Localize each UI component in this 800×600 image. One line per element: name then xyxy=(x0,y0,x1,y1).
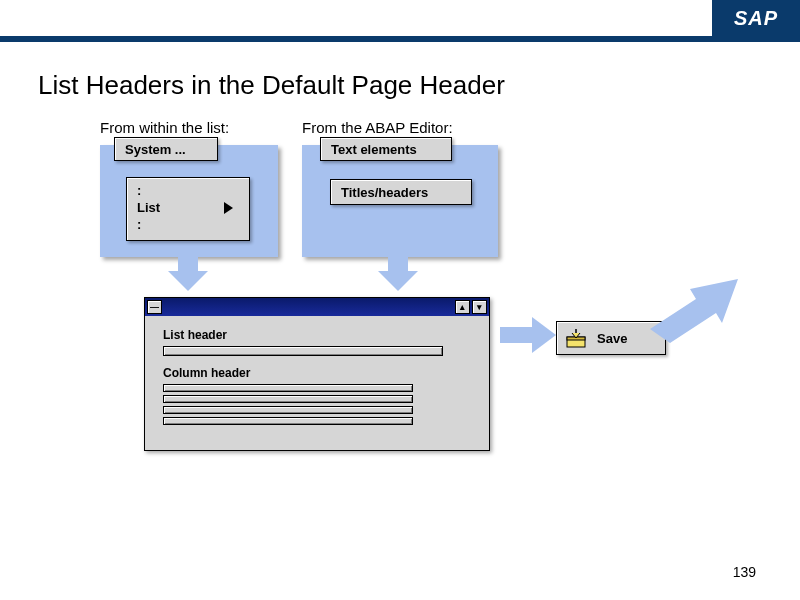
column-header-field-3[interactable] xyxy=(163,406,413,414)
header-dialog-window: — ▴ ▾ List header Column header xyxy=(144,297,490,451)
column-header-label: Column header xyxy=(163,366,471,380)
page-number: 139 xyxy=(733,564,756,580)
column-header-field-2[interactable] xyxy=(163,395,413,403)
save-icon xyxy=(565,327,587,349)
sap-logo: SAP xyxy=(712,0,800,36)
svg-marker-2 xyxy=(650,279,738,343)
titles-headers-label: Titles/headers xyxy=(341,185,428,200)
list-header-label: List header xyxy=(163,328,471,342)
arrow-down-left xyxy=(168,257,208,291)
brand-bar: SAP xyxy=(0,0,800,36)
page-title: List Headers in the Default Page Header xyxy=(38,70,800,101)
arrow-right xyxy=(500,317,556,353)
header-rule xyxy=(0,36,800,42)
arrow-down-right xyxy=(378,257,418,291)
text-elements-button[interactable]: Text elements xyxy=(320,137,452,161)
caption-from-editor: From the ABAP Editor: xyxy=(302,119,453,136)
save-label: Save xyxy=(597,331,627,346)
minimize-button[interactable]: — xyxy=(147,300,162,314)
sap-logo-text: SAP xyxy=(734,7,778,30)
list-menu-label: List xyxy=(137,198,160,218)
caption-from-list: From within the list: xyxy=(100,119,229,136)
submenu-arrow-icon xyxy=(224,202,233,214)
column-header-field-1[interactable] xyxy=(163,384,413,392)
list-submenu[interactable]: : List : xyxy=(126,177,250,241)
menu-dots-bottom: : xyxy=(137,218,239,232)
dialog-titlebar: — ▴ ▾ xyxy=(145,298,489,316)
scroll-down-button[interactable]: ▾ xyxy=(472,300,487,314)
system-menu-label: System ... xyxy=(125,142,186,157)
column-header-field-4[interactable] xyxy=(163,417,413,425)
slide-content: From within the list: From the ABAP Edit… xyxy=(0,101,800,561)
arrow-up-right xyxy=(650,277,740,347)
scroll-up-button[interactable]: ▴ xyxy=(455,300,470,314)
titles-headers-button[interactable]: Titles/headers xyxy=(330,179,472,205)
left-panel: System ... : List : xyxy=(100,145,278,257)
right-panel: Text elements Titles/headers xyxy=(302,145,498,257)
menu-dots-top: : xyxy=(137,184,239,198)
dialog-body: List header Column header xyxy=(145,316,489,440)
list-header-field[interactable] xyxy=(163,346,443,356)
text-elements-label: Text elements xyxy=(331,142,417,157)
system-menu-button[interactable]: System ... xyxy=(114,137,218,161)
